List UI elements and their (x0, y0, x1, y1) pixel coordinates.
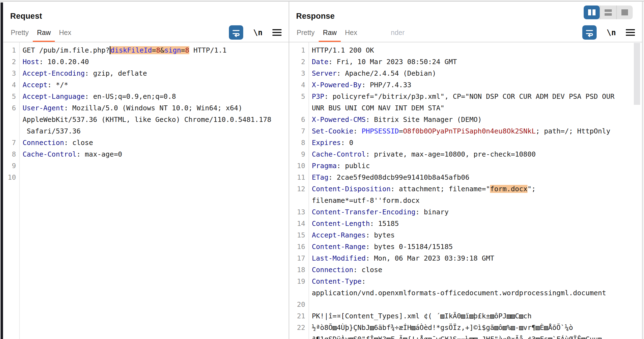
layout-switcher (584, 6, 633, 19)
code-line: 6User-Agent: Mozilla/5.0 (Windows NT 10.… (3, 102, 289, 114)
line-text (309, 299, 312, 310)
tab-raw[interactable]: Raw (33, 29, 55, 42)
line-text: Cache-Control: max-age=0 (20, 149, 122, 160)
line-text: Server: Apache/2.4.54 (Debian) (309, 68, 436, 79)
columns-view-icon (588, 9, 596, 15)
line-text: AppleWebKit/537.36 (KHTML, like Gecko) C… (20, 114, 271, 125)
code-line: application/vnd.openxmlformats-officedoc… (289, 287, 642, 299)
code-line: ª¶1gSDÿÀy▨S0"fÎ▨¥?▨F Ã▨{!;Åøm¯wÇ¥³S¬¬½▨▨… (289, 333, 642, 339)
line-number: 9 (3, 160, 20, 172)
line-text: Content-Length: 15185 (309, 218, 399, 229)
code-line: 18Connection: close (289, 264, 642, 276)
line-number: 13 (289, 206, 309, 218)
line-number: 19 (289, 276, 309, 287)
line-text: ª¶1gSDÿÀy▨S0"fÎ▨¥?▨F Ã▨{!;Åøm¯wÇ¥³S¬¬½▨▨… (309, 333, 602, 339)
word-wrap-toggle-button[interactable] (582, 25, 597, 40)
line-text: Safari/537.36 (20, 125, 81, 137)
code-line: 5P3P: policyref="/bitrix/p3p.xml", CP="N… (289, 91, 642, 102)
line-text: Content-Type: (309, 276, 366, 287)
line-text: Connection: close (309, 264, 382, 276)
line-text: ½ªò8Õ▨4Ùþ}ÇNbJ▨6äbf¾÷æÍH▨áÒèd!*gsÖÏz,+]©… (309, 322, 573, 333)
line-number: 22 (289, 322, 309, 333)
line-number: 3 (3, 68, 20, 79)
line-number: 5 (289, 91, 309, 102)
code-line: 7Set-Cookie: PHPSESSID=O8f0b0OPyaPnTPiSa… (289, 125, 642, 137)
line-number: 7 (289, 125, 309, 137)
line-text: GET /pub/im.file.php?diskFileId=8&sign=8… (20, 45, 227, 56)
line-text: HTTP/1.1 200 OK (309, 45, 374, 56)
line-number: 18 (289, 264, 309, 276)
scrollbar-thumb[interactable] (634, 43, 640, 105)
line-text (20, 160, 23, 172)
word-wrap-icon (231, 28, 241, 37)
single-view-button[interactable] (617, 6, 633, 19)
code-line: UNR BUS UNI COM NAV INT DEM STA" (289, 102, 642, 114)
tab-hex[interactable]: Hex (341, 29, 361, 42)
line-text: Date: Fri, 10 Mar 2023 08:50:24 GMT (309, 56, 457, 68)
code-line: 5Accept-Language: en-US;q=0.9,en;q=0.8 (3, 91, 289, 102)
line-text: Connection: close (20, 137, 93, 149)
response-editor[interactable]: 1HTTP/1.1 200 OK2Date: Fri, 10 Mar 2023 … (289, 42, 642, 339)
response-panel: Response Pretty Raw Hex nder \n 1HTTP (289, 2, 642, 339)
line-text: Accept: */* (20, 79, 68, 91)
line-number: 3 (289, 68, 309, 79)
tab-hex[interactable]: Hex (55, 29, 75, 42)
code-line: 9 (3, 160, 289, 172)
line-text (20, 172, 23, 183)
hamburger-menu-icon[interactable] (626, 29, 635, 36)
line-number: 6 (289, 114, 309, 125)
code-line: 3Server: Apache/2.4.54 (Debian) (289, 68, 642, 79)
line-number: 1 (289, 45, 309, 56)
line-text: Pragma: public (309, 160, 370, 172)
word-wrap-toggle-button[interactable] (229, 25, 243, 40)
line-text: application/vnd.openxmlformats-officedoc… (309, 287, 606, 299)
line-text: Set-Cookie: PHPSESSID=O8f0b0OPyaPnTPiSap… (309, 125, 610, 137)
code-line: 9Cache-Control: private, max-age=10800, … (289, 149, 642, 160)
left-edge-strip (1, 2, 3, 339)
line-text: Accept-Ranges: bytes (309, 229, 395, 241)
hamburger-menu-icon[interactable] (272, 29, 282, 36)
code-line: 19Content-Type: (289, 276, 642, 287)
line-number: 10 (289, 160, 309, 172)
code-line: 16Content-Range: bytes 0-15184/15185 (289, 241, 642, 253)
tab-render-partial[interactable]: nder (387, 29, 409, 42)
line-text: PK!|î=¤[Content_Types].xml ¢( ´▨IkÃ0▨ï▨þ… (309, 310, 532, 322)
code-line: 11ETag: 2cae5f9ed08dcb99e91410b8a45afb06 (289, 172, 642, 183)
tab-raw[interactable]: Raw (319, 29, 341, 42)
line-number (289, 102, 309, 114)
line-number: 4 (3, 79, 20, 91)
code-line: 20 (289, 299, 642, 310)
line-text: Cache-Control: private, max-age=10800, p… (309, 149, 536, 160)
single-view-icon (621, 9, 628, 15)
code-line: 2Host: 10.0.20.40 (3, 56, 289, 68)
line-text: Last-Modified: Mon, 06 Mar 2023 03:39:18… (309, 253, 494, 264)
line-number: 9 (289, 149, 309, 160)
line-number (3, 114, 20, 125)
tab-pretty[interactable]: Pretty (293, 29, 319, 42)
newline-toggle-button[interactable]: \n (607, 28, 616, 37)
line-number: 12 (289, 183, 309, 195)
window-right-border-outer (643, 2, 644, 339)
line-text: Content-Range: bytes 0-15184/15185 (309, 241, 453, 253)
code-line: 21PK!|î=¤[Content_Types].xml ¢( ´▨IkÃ0▨ï… (289, 310, 642, 322)
code-line: 7Connection: close (3, 137, 289, 149)
line-text: Content-Transfer-Encoding: binary (309, 206, 449, 218)
line-text: X-Powered-CMS: Bitrix Site Manager (DEMO… (309, 114, 482, 125)
code-line: 10Pragma: public (289, 160, 642, 172)
stacked-view-button[interactable] (600, 6, 617, 19)
response-panel-title: Response (296, 12, 335, 21)
line-number: 2 (289, 56, 309, 68)
request-editor[interactable]: 1GET /pub/im.file.php?diskFileId=8&sign=… (3, 42, 289, 339)
line-text: Accept-Language: en-US;q=0.9,en;q=0.8 (20, 91, 176, 102)
columns-view-button[interactable] (584, 6, 600, 19)
code-line: 14Content-Length: 15185 (289, 218, 642, 229)
line-text: filename*=utf-8''form.docx (309, 195, 420, 206)
line-number: 10 (3, 172, 20, 183)
code-line: 4X-Powered-By: PHP/7.4.33 (289, 79, 642, 91)
code-line: 22½ªò8Õ▨4Ùþ}ÇNbJ▨6äbf¾÷æÍH▨áÒèd!*gsÖÏz,+… (289, 322, 642, 333)
newline-toggle-button[interactable]: \n (253, 28, 263, 37)
word-wrap-icon (585, 28, 594, 37)
tab-pretty[interactable]: Pretty (7, 29, 33, 42)
gutter-separator (309, 42, 309, 339)
line-number: 15 (289, 229, 309, 241)
